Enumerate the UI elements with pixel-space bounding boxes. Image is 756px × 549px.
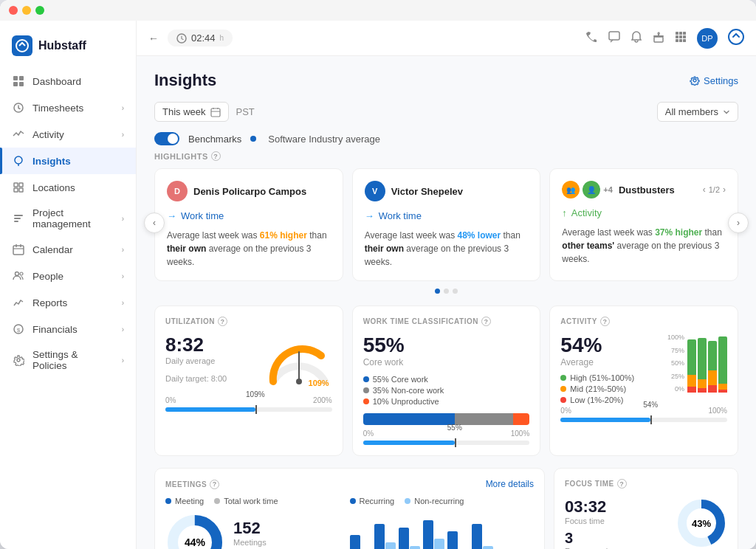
- sidebar-item-locations[interactable]: Locations: [0, 174, 136, 201]
- timesheets-chevron: ›: [122, 104, 124, 112]
- focus-time-card: FOCUS TIME ? 03:32 Focus time 3 Focus se…: [554, 468, 738, 549]
- sidebar-item-timesheets[interactable]: Timesheets ›: [0, 94, 136, 121]
- card-user-2: V Victor Shepelev: [365, 181, 529, 201]
- sidebar-item-dashboard[interactable]: Dashboard: [0, 68, 136, 94]
- back-button[interactable]: ←: [148, 32, 159, 44]
- meetings-info-icon[interactable]: ?: [210, 480, 219, 489]
- activity-info-icon[interactable]: ?: [600, 317, 610, 326]
- benchmarks-toggle[interactable]: [154, 132, 179, 145]
- metric-label-3: Activity: [571, 207, 602, 218]
- carousel-next-button[interactable]: ›: [728, 213, 749, 233]
- svg-rect-11: [19, 188, 23, 192]
- utilization-title: UTILIZATION ?: [165, 317, 332, 326]
- card-user-3: 👥 👤 +4 Dustbusters ‹ 1/2 ›: [562, 181, 726, 198]
- sidebar-item-financials[interactable]: $ Financials ›: [0, 316, 136, 342]
- svg-point-0: [16, 40, 28, 52]
- sidebar-label-financials: Financials: [32, 324, 78, 335]
- meetings-legend-meeting: Meeting: [165, 497, 204, 505]
- svg-rect-9: [19, 183, 23, 187]
- timer-pill[interactable]: 02:44 h: [168, 30, 233, 46]
- wtc-legend-dot-2: [363, 387, 369, 393]
- chat-icon[interactable]: [608, 31, 620, 46]
- minimize-button[interactable]: [22, 6, 31, 15]
- utilization-info-icon[interactable]: ?: [218, 317, 227, 326]
- activity-bars: 100%75%50%25%0%: [667, 334, 727, 393]
- activity-card: ACTIVITY ? 54% Average High (51%-100: [549, 305, 738, 456]
- settings-button[interactable]: Settings: [690, 75, 738, 86]
- next-page-icon[interactable]: ›: [723, 184, 726, 195]
- team-avatars: 👥 👤 +4: [562, 181, 613, 198]
- members-select[interactable]: All members: [657, 102, 738, 122]
- activity-y-axis: 100%75%50%25%0%: [667, 334, 686, 393]
- carousel-prev-button[interactable]: ‹: [144, 213, 165, 233]
- notification-icon[interactable]: [630, 31, 642, 46]
- calendar-icon: [12, 243, 25, 256]
- svg-rect-28: [679, 32, 682, 35]
- meeting-dot: [165, 498, 171, 504]
- sidebar-label-people: People: [32, 271, 63, 282]
- wtc-info-icon[interactable]: ?: [481, 317, 491, 326]
- focus-stats: 03:32 Focus time 3 Focus sessions 01:15 …: [565, 497, 621, 549]
- meetings-count-value: 152: [233, 519, 278, 538]
- highlight-card-2: V Victor Shepelev → Work time Average la…: [352, 168, 541, 281]
- utilization-target: Daily target: 8:00: [165, 374, 257, 383]
- activity-left: 54% Average High (51%-100%): [560, 334, 660, 407]
- sidebar-item-insights[interactable]: Insights: [0, 148, 136, 174]
- svg-point-19: [16, 272, 19, 276]
- timer-suffix: h: [220, 34, 224, 42]
- hubstaff-icon[interactable]: [728, 29, 744, 48]
- svg-rect-37: [211, 108, 220, 117]
- activity-chart: 100%75%50%25%0%: [667, 334, 727, 407]
- metric-label-2: Work time: [379, 210, 422, 221]
- sidebar-item-settings[interactable]: Settings & Policies ›: [0, 342, 136, 378]
- chevron-down-icon: [723, 108, 730, 116]
- svg-rect-33: [676, 39, 678, 42]
- dot-3: [453, 289, 458, 294]
- filters-row: This week PST All members: [154, 102, 738, 122]
- settings-label: Settings: [704, 75, 738, 86]
- card-text-3: Average last week was 37% higher than ot…: [562, 226, 726, 266]
- sidebar-item-people[interactable]: People ›: [0, 263, 136, 289]
- content-area: Insights Settings This week PST All memb…: [137, 56, 756, 549]
- more-details-link[interactable]: More details: [486, 479, 534, 489]
- grid-icon[interactable]: [675, 31, 687, 46]
- close-button[interactable]: [9, 6, 18, 15]
- sidebar-item-activity[interactable]: Activity ›: [0, 121, 136, 148]
- wtc-range: 0% 100%: [363, 429, 530, 438]
- svg-rect-32: [683, 35, 686, 38]
- activity-legend-dot-2: [560, 386, 566, 392]
- focus-info-icon[interactable]: ?: [617, 479, 627, 488]
- maximize-button[interactable]: [35, 6, 44, 15]
- wtc-card: WORK TIME CLASSIFICATION ? 55% Core work…: [352, 305, 541, 456]
- phone-icon[interactable]: [586, 31, 598, 46]
- week-filter[interactable]: This week: [154, 102, 229, 122]
- industry-dot: [250, 136, 256, 142]
- focus-donut: 43%: [676, 497, 727, 549]
- sidebar-item-calendar[interactable]: Calendar ›: [0, 236, 136, 263]
- card-text-1: Average last week was 61% higher than th…: [167, 229, 331, 269]
- page-header: Insights Settings: [154, 71, 738, 90]
- team-avatar-2: 👤: [583, 181, 600, 198]
- wtc-legend-dot-3: [363, 398, 369, 404]
- utilization-content: 8:32 Daily average Daily target: 8:00: [165, 334, 332, 389]
- sidebar-item-reports[interactable]: Reports ›: [0, 289, 136, 316]
- wtc-sublabel: Core work: [363, 357, 530, 367]
- user-avatar-2: V: [365, 181, 385, 201]
- user-avatar[interactable]: DP: [697, 28, 718, 49]
- wtc-title: WORK TIME CLASSIFICATION ?: [363, 317, 530, 326]
- activity-marker: 54%: [650, 415, 652, 424]
- svg-rect-24: [609, 32, 619, 40]
- gift-icon[interactable]: [653, 31, 664, 46]
- clock-icon: [176, 33, 187, 44]
- svg-rect-3: [13, 82, 18, 86]
- prev-page-icon[interactable]: ‹: [703, 184, 706, 195]
- metric-arrow-3: ↑: [562, 207, 567, 218]
- highlights-info-icon[interactable]: ?: [211, 151, 221, 161]
- focus-header: FOCUS TIME ?: [565, 479, 727, 488]
- meetings-donut: 44%: [165, 513, 224, 549]
- sidebar-item-project-management[interactable]: Project management ›: [0, 201, 136, 236]
- svg-text:$: $: [17, 327, 21, 334]
- main-content: ← 02:44 h: [137, 21, 756, 549]
- wtc-value: 55%: [363, 334, 530, 357]
- highlights-section: HIGHLIGHTS ? ‹ D Denis Policarpo Campos: [154, 151, 738, 294]
